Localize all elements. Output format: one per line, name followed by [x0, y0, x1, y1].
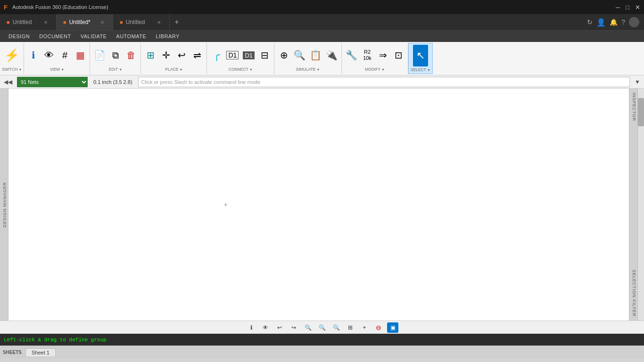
- command-placeholder: Click or press Slash to activate command…: [141, 79, 261, 85]
- forward-button[interactable]: ⇒: [375, 44, 390, 66]
- place-component-button[interactable]: ⊞: [143, 44, 158, 66]
- sheets-bar: SHEETS Sheet 1: [0, 346, 644, 359]
- notification-icon[interactable]: 🔔: [610, 18, 618, 26]
- bus-button[interactable]: ⊟: [257, 44, 272, 66]
- menu-bar: DESIGN DOCUMENT VALIDATE AUTOMATE LIBRAR…: [0, 31, 644, 42]
- new-tab-button[interactable]: +: [170, 14, 184, 30]
- title-bar: F Autodesk Fusion 360 (Education License…: [0, 0, 644, 14]
- route-d1-alt-button[interactable]: D1: [241, 44, 256, 66]
- menu-validate[interactable]: VALIDATE: [76, 31, 112, 42]
- zoom-out-button[interactable]: 🔍: [302, 322, 314, 333]
- route-button[interactable]: ╭: [209, 44, 224, 66]
- switch-label: SWITCH▼: [2, 67, 22, 72]
- refresh-icon[interactable]: ↻: [587, 18, 593, 26]
- route-d1-alt-icon: D1: [243, 51, 255, 59]
- info-icon: ℹ: [32, 50, 35, 60]
- forward-icon: ⇒: [379, 50, 387, 60]
- undo-icon: ↩: [178, 50, 186, 60]
- help-icon[interactable]: ?: [621, 18, 625, 26]
- tab-untitled-2-active[interactable]: ■ Untitled* ✕: [57, 14, 113, 30]
- move-icon: ✛: [162, 50, 170, 60]
- tab-untitled-3[interactable]: ■ Untitled ✕: [113, 14, 170, 30]
- tab1-close[interactable]: ✕: [42, 19, 50, 26]
- menu-automate[interactable]: AUTOMATE: [111, 31, 151, 42]
- tab2-close[interactable]: ✕: [99, 19, 106, 26]
- view-section: ℹ 👁 # ▦ VIEW▼: [24, 43, 90, 74]
- select-section: ↖ SELECT▼: [408, 43, 433, 74]
- grid-button[interactable]: #: [57, 44, 72, 66]
- tab-untitled-1[interactable]: ■ Untitled ✕: [0, 14, 57, 30]
- nets-dropdown[interactable]: 91 Nets: [17, 77, 88, 87]
- sheet-tab-1[interactable]: Sheet 1: [25, 348, 56, 356]
- route-d1-button[interactable]: D1: [224, 44, 240, 66]
- view-bottom-button[interactable]: 👁: [260, 322, 271, 333]
- connect-section: ╭ D1 D1 ⊟ CONNECT▼: [207, 43, 274, 74]
- menu-design[interactable]: DESIGN: [4, 31, 34, 42]
- minimize-button[interactable]: ─: [616, 4, 620, 11]
- menu-library[interactable]: LIBRARY: [151, 31, 184, 42]
- left-sidebar: DESIGN MANAGER: [0, 89, 8, 321]
- undo-bottom-button[interactable]: ↩: [274, 322, 285, 333]
- drc-button[interactable]: 🔍: [292, 44, 307, 66]
- delete-button[interactable]: 🗑: [124, 44, 139, 66]
- undo-button[interactable]: ↩: [174, 44, 189, 66]
- tab3-icon: ■: [120, 19, 123, 25]
- mirror-icon: ⇌: [193, 50, 201, 60]
- vertical-scrollbar[interactable]: [637, 89, 644, 321]
- route-d1-icon: D1: [226, 51, 239, 59]
- select-button[interactable]: ↖: [413, 45, 428, 66]
- menu-document[interactable]: DOCUMENT: [34, 31, 76, 42]
- tab2-icon: ■: [63, 19, 66, 25]
- info-button[interactable]: ℹ: [26, 44, 41, 66]
- new-button[interactable]: 📄: [92, 44, 107, 66]
- properties-button[interactable]: 🔧: [344, 44, 359, 66]
- collapse-button[interactable]: ◀◀: [2, 79, 14, 85]
- copy-icon: ⧉: [112, 50, 119, 60]
- selection-filter-label[interactable]: SELECTION FILTER: [629, 266, 637, 321]
- move-button[interactable]: ✛: [158, 44, 173, 66]
- info-bottom-button[interactable]: ℹ: [246, 322, 257, 333]
- close-button[interactable]: ✕: [635, 4, 640, 11]
- layers-button[interactable]: ▦: [73, 44, 88, 66]
- scroll-thumb[interactable]: [638, 98, 644, 126]
- resistance-button[interactable]: R210k: [360, 44, 375, 66]
- select-mode-button[interactable]: ▣: [387, 322, 398, 333]
- group-button[interactable]: ⊡: [391, 44, 406, 66]
- command-dropdown[interactable]: ▼: [633, 79, 642, 85]
- bus-icon: ⊟: [261, 50, 269, 60]
- design-manager-label[interactable]: DESIGN MANAGER: [1, 178, 8, 231]
- title-bar-controls: ─ □ ✕: [616, 4, 640, 11]
- bottom-toolbar: ℹ 👁 ↩ ↪ 🔍 🔍 🔍 ⊞ + ⊖ ▣: [0, 321, 644, 334]
- tab-actions: ↻ 👤 🔔 ?: [582, 14, 644, 30]
- select-label: SELECT▼: [411, 67, 430, 72]
- profile-icon[interactable]: [629, 17, 639, 27]
- zoom-fit-button[interactable]: 🔍: [316, 322, 328, 333]
- properties-icon: 🔧: [346, 50, 357, 60]
- grid-bottom-button[interactable]: ⊞: [345, 322, 356, 333]
- app-icon: F: [4, 4, 8, 11]
- probe-button[interactable]: ⊕: [276, 44, 291, 66]
- main-toolbar: ⚡ SWITCH▼ ℹ 👁 # ▦ VIEW▼: [0, 42, 644, 75]
- mirror-button[interactable]: ⇌: [190, 44, 205, 66]
- copy-button[interactable]: ⧉: [108, 44, 123, 66]
- select-icon: ↖: [416, 50, 425, 61]
- tab3-close[interactable]: ✕: [155, 19, 163, 26]
- erc-button[interactable]: 📋: [308, 44, 323, 66]
- netlist-icon: 🔌: [326, 50, 338, 60]
- maximize-button[interactable]: □: [626, 4, 629, 11]
- zoom-in-button[interactable]: 🔍: [330, 322, 342, 333]
- tab-bar: ■ Untitled ✕ ■ Untitled* ✕ ■ Untitled ✕ …: [0, 14, 644, 31]
- eye-icon: 👁: [44, 50, 54, 60]
- user-icon[interactable]: 👤: [596, 18, 606, 27]
- inspector-label[interactable]: INSPECTOR: [629, 89, 637, 125]
- canvas-area[interactable]: +: [8, 89, 629, 321]
- grid-icon: #: [62, 50, 67, 60]
- eye-button[interactable]: 👁: [41, 44, 57, 66]
- redo-bottom-button[interactable]: ↪: [288, 322, 299, 333]
- edit-label: EDIT▼: [109, 67, 122, 72]
- netlist-button[interactable]: 🔌: [324, 44, 339, 66]
- right-sidebars: INSPECTOR SELECTION FILTER: [629, 89, 637, 321]
- switch-button[interactable]: ⚡: [2, 44, 21, 66]
- stop-button[interactable]: ⊖: [373, 322, 384, 333]
- add-bottom-button[interactable]: +: [359, 322, 370, 333]
